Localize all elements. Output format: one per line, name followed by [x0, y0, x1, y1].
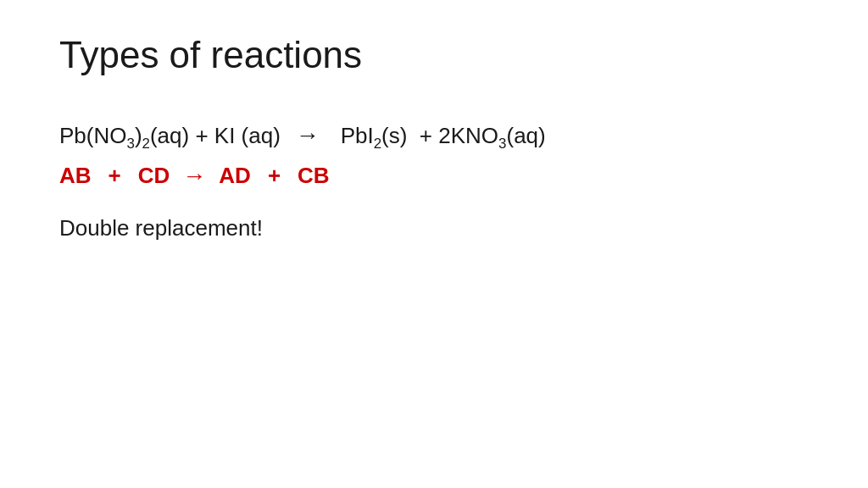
equation-block: Pb(NO3)2(aq) + KI (aq) → PbI2(s) + 2KNO3…: [59, 119, 809, 241]
label-plus1: +: [108, 163, 121, 189]
slide: Types of reactions Pb(NO3)2(aq) + KI (aq…: [0, 0, 868, 488]
label-cd: CD: [138, 163, 170, 189]
label-ad: AD: [219, 163, 251, 189]
product1-formula: PbI2(s): [334, 120, 407, 154]
slide-title: Types of reactions: [59, 34, 809, 76]
product-separator: + 2KNO3(aq): [407, 120, 545, 154]
label-arrow: →: [182, 163, 206, 190]
reaction-labels: AB + CD → AD + CB: [59, 163, 809, 190]
reactant1-formula: Pb(NO3)2(aq) + KI (aq): [59, 120, 281, 154]
label-cb: CB: [298, 163, 330, 189]
label-plus2: +: [268, 163, 281, 189]
label-ab: AB: [59, 163, 92, 189]
reaction-description: Double replacement!: [59, 215, 809, 241]
chemical-equation: Pb(NO3)2(aq) + KI (aq) → PbI2(s) + 2KNO3…: [59, 119, 809, 154]
reaction-arrow: →: [289, 119, 326, 152]
